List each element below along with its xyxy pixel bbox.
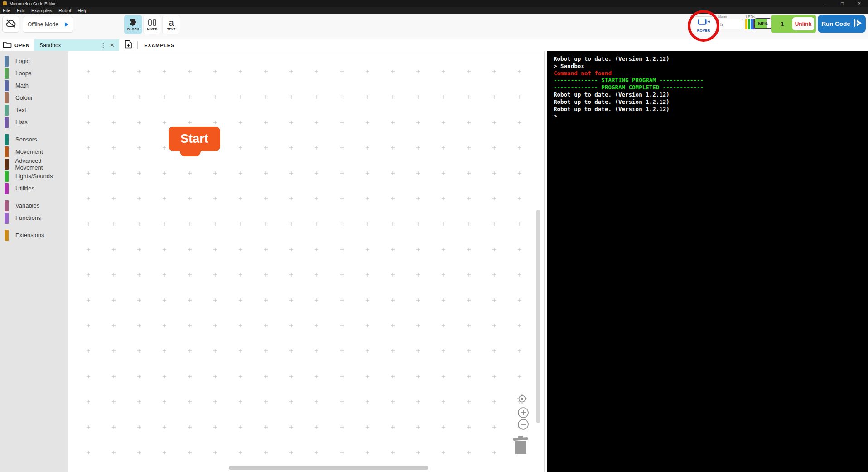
sidebar-item-lists[interactable]: Lists [0,116,68,128]
window-title: Micromelon Code Editor [10,1,56,6]
dropdown-arrow-icon [65,22,68,27]
sidebar-item-lights-sounds[interactable]: Lights/Sounds [0,170,68,182]
block-canvas[interactable]: Start [68,51,545,472]
tab-menu-kebab-icon[interactable]: ⋮ [98,42,108,49]
sidebar-item-logic[interactable]: Logic [0,55,68,67]
rover-name-input[interactable] [717,19,743,29]
led-bar [745,19,747,29]
rover-button-label: ROVER [697,29,710,33]
category-color-bar [5,146,9,157]
sidebar-item-advanced-movement[interactable]: Advanced Movement [0,158,68,170]
new-file-icon [125,40,132,50]
start-block-label: Start [180,132,208,146]
rover-connect-button[interactable]: ROVER [692,16,715,33]
menu-bar: FileEditExamplesRobotHelp [0,7,868,14]
new-file-button[interactable] [119,39,137,51]
console-line: Command not found [554,70,868,77]
connection-mode-button[interactable] [2,16,19,33]
view-mode-text-button[interactable]: a TEXT [162,15,180,34]
sidebar-item-utilities[interactable]: Utilities [0,182,68,195]
category-label: Sensors [15,136,37,143]
console-panel[interactable]: Robot up to date. (Version 1.2.12)> Sand… [547,51,868,472]
zoom-out-button[interactable] [517,418,529,430]
category-color-bar [5,80,9,91]
sidebar-item-colour[interactable]: Colour [0,92,68,104]
menu-item-edit[interactable]: Edit [17,8,25,13]
view-mode-block-button[interactable]: BLOCK [124,15,142,34]
open-file-button[interactable]: OPEN [0,39,34,51]
menu-item-examples[interactable]: Examples [31,8,52,13]
leds-label: LEDs [746,15,755,19]
cloud-offline-icon [5,19,17,30]
sidebar-item-sensors[interactable]: Sensors [0,133,68,146]
category-label: Advanced Movement [15,157,68,171]
open-label: OPEN [14,43,29,48]
trash-icon [512,435,530,457]
menu-item-help[interactable]: Help [77,8,87,13]
sidebar-item-math[interactable]: Math [0,79,68,92]
menu-item-robot[interactable]: Robot [58,8,71,13]
unlink-button[interactable]: Unlink [792,17,814,30]
console-line: > Sandbox [554,63,868,70]
console-line: Robot up to date. (Version 1.2.12) [554,106,868,113]
category-label: Logic [15,58,29,64]
center-view-button[interactable] [516,393,528,404]
category-label: Functions [15,214,41,221]
puzzle-icon [129,18,138,27]
category-label: Math [15,82,29,89]
category-color-bar [5,68,9,79]
category-label: Movement [15,148,43,155]
offline-mode-label: Offline Mode [28,21,58,28]
sidebar-item-text[interactable]: Text [0,104,68,116]
category-label: Lights/Sounds [15,173,53,180]
category-label: Text [15,107,26,113]
led-bar [748,19,750,29]
split-view-icon [148,18,157,27]
run-code-button[interactable]: Run Code [818,15,866,33]
zoom-in-button[interactable] [517,407,529,418]
minimize-button[interactable]: – [816,0,834,7]
sidebar-item-loops[interactable]: Loops [0,67,68,79]
target-icon [516,393,528,404]
canvas-horizontal-scrollbar[interactable] [229,466,428,470]
led-bar [751,19,753,29]
console-line: Robot up to date. (Version 1.2.12) [554,98,868,106]
category-color-bar [5,105,9,116]
view-mode-mixed-label: MIXED [147,28,157,31]
canvas-vertical-scrollbar[interactable] [536,210,540,423]
view-mode-mixed-button[interactable]: MIXED [143,15,161,34]
sidebar-item-movement[interactable]: Movement [0,146,68,158]
menu-item-file[interactable]: File [3,8,10,13]
block-category-sidebar: LogicLoopsMathColourTextListsSensorsMove… [0,51,68,472]
sidebar-item-variables[interactable]: Variables [0,200,68,212]
close-button[interactable]: × [851,0,868,7]
category-color-bar [5,230,9,241]
maximize-button[interactable]: □ [834,0,851,7]
console-line: ------------- PROGRAM COMPLETED --------… [554,84,868,91]
category-color-bar [5,171,9,182]
category-label: Variables [15,202,39,209]
category-label: Colour [15,94,33,101]
view-mode-block-label: BLOCK [127,28,139,31]
tab-close-icon[interactable]: ✕ [108,42,116,49]
sidebar-item-functions[interactable]: Functions [0,212,68,224]
start-block[interactable]: Start [169,127,220,151]
console-line: ------------- STARTING PROGRAM ---------… [554,77,868,84]
view-mode-text-label: TEXT [167,28,176,31]
examples-button[interactable]: EXAMPLES [138,39,181,51]
category-color-bar [5,134,9,145]
offline-mode-dropdown[interactable]: Offline Mode [23,16,73,33]
console-line: Robot up to date. (Version 1.2.12) [554,55,868,63]
robot-group-panel: 1 Unlink [771,15,816,33]
tab-sandbox[interactable]: Sandbox ⋮ ✕ [34,39,119,51]
sidebar-item-extensions[interactable]: Extensions [0,229,68,241]
category-color-bar [5,183,9,194]
run-icon [854,19,862,29]
run-code-label: Run Code [821,20,850,27]
trash-button[interactable] [512,435,530,457]
category-color-bar [5,159,9,170]
battery-percent: 59% [755,19,771,28]
rover-icon [697,18,710,28]
zoom-in-icon [517,407,529,418]
console-line: Robot up to date. (Version 1.2.12) [554,91,868,98]
